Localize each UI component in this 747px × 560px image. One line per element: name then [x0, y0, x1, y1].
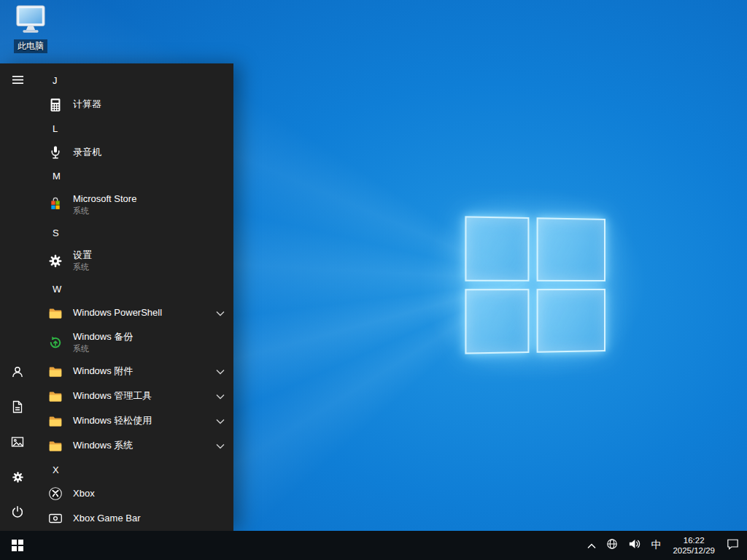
windows-logo-pane [536, 217, 605, 281]
app-item-label: Windows PowerShell [73, 308, 212, 319]
app-item-label: Windows 系统 [73, 440, 212, 451]
chevron-down-icon[interactable] [216, 311, 225, 316]
ime-label: 中 [651, 539, 661, 552]
settings-button[interactable] [0, 461, 35, 496]
power-icon [11, 505, 24, 521]
taskbar: 中 16:22 2025/12/29 [0, 531, 747, 560]
app-item-xbox[interactable]: Xbox [35, 481, 233, 506]
section-letter-x[interactable]: X [35, 459, 233, 482]
app-item-label: Windows 备份 [73, 332, 225, 343]
document-icon [11, 400, 24, 416]
power-button[interactable] [0, 496, 35, 531]
store-icon [47, 196, 64, 214]
app-item-sublabel: 系统 [73, 262, 225, 272]
section-letter-w[interactable]: W [35, 278, 233, 301]
app-item-label: Microsoft Store [73, 194, 225, 205]
start-menu-rail [0, 63, 35, 531]
ime-indicator[interactable]: 中 [646, 531, 666, 560]
chevron-up-icon [587, 539, 596, 552]
app-item-settings[interactable]: 设置 系统 [35, 244, 233, 278]
xbox-icon [47, 485, 64, 502]
clock-time: 16:22 [684, 535, 705, 545]
documents-button[interactable] [0, 391, 35, 426]
user-account-button[interactable] [0, 356, 35, 391]
taskbar-clock[interactable]: 16:22 2025/12/29 [666, 531, 721, 560]
this-pc-desktop-icon[interactable]: 此电脑 [6, 4, 55, 53]
app-item-label: 录音机 [73, 147, 225, 158]
windows-logo-pane [536, 289, 605, 353]
network-globe-icon [606, 538, 618, 553]
section-letter-j[interactable]: J [35, 69, 233, 93]
windows-logo-pane [465, 289, 529, 354]
tray-show-hidden-icons-button[interactable] [582, 531, 601, 560]
action-center-button[interactable] [721, 531, 744, 560]
app-item-label: 设置 [73, 250, 225, 261]
folder-icon [47, 413, 64, 430]
app-item-sublabel: 系统 [73, 344, 225, 354]
app-item-label: 计算器 [73, 99, 225, 110]
app-item-windows-ease-of-access[interactable]: Windows 轻松使用 [35, 409, 233, 434]
gamebar-icon [47, 510, 64, 527]
folder-icon [47, 363, 64, 381]
windows-logo-icon [12, 540, 23, 551]
desktop-icon-label: 此电脑 [14, 39, 47, 53]
user-icon [11, 365, 24, 381]
app-item-microsoft-store[interactable]: Microsoft Store 系统 [35, 188, 233, 222]
chevron-down-icon[interactable] [216, 369, 225, 375]
pictures-button[interactable] [0, 426, 35, 461]
app-item-xbox-game-bar[interactable]: Xbox Game Bar [35, 506, 233, 531]
folder-icon [47, 305, 64, 322]
section-letter-l[interactable]: L [35, 117, 233, 141]
start-menu-app-list: J 计算器 L [35, 63, 233, 531]
chevron-down-icon[interactable] [216, 443, 225, 449]
app-item-label: Windows 附件 [73, 366, 212, 377]
gear-icon [11, 470, 25, 487]
system-tray: 中 16:22 2025/12/29 [582, 531, 747, 560]
section-letter-s[interactable]: S [35, 222, 233, 245]
windows-wallpaper-logo [465, 216, 605, 354]
microphone-icon [47, 144, 64, 161]
expand-menu-button[interactable] [0, 63, 35, 98]
tray-volume-button[interactable] [623, 531, 646, 560]
backup-icon [47, 334, 64, 351]
app-item-label: Xbox Game Bar [73, 513, 225, 524]
windows-logo-pane [465, 216, 529, 281]
app-item-label: Windows 管理工具 [73, 391, 212, 402]
app-item-voice-recorder[interactable]: 录音机 [35, 140, 233, 165]
start-button[interactable] [0, 531, 35, 560]
app-item-windows-accessories[interactable]: Windows 附件 [35, 359, 233, 384]
app-item-label: Windows 轻松使用 [73, 416, 212, 427]
app-item-windows-admin-tools[interactable]: Windows 管理工具 [35, 384, 233, 409]
app-item-sublabel: 系统 [73, 206, 225, 216]
hamburger-icon [12, 74, 24, 89]
calculator-icon [47, 96, 64, 114]
notification-icon [727, 538, 739, 553]
chevron-down-icon[interactable] [216, 394, 225, 400]
app-item-label: Xbox [73, 489, 225, 499]
chevron-down-icon[interactable] [216, 419, 225, 424]
section-letter-m[interactable]: M [35, 165, 233, 188]
pictures-icon [11, 435, 24, 451]
monitor-icon [14, 4, 47, 38]
app-item-windows-backup[interactable]: Windows 备份 系统 [35, 326, 233, 359]
clock-date: 2025/12/29 [673, 545, 715, 556]
tray-network-button[interactable] [601, 531, 623, 560]
app-item-windows-system[interactable]: Windows 系统 [35, 434, 233, 459]
app-item-windows-powershell[interactable]: Windows PowerShell [35, 301, 233, 326]
folder-icon [47, 438, 64, 455]
app-item-calculator[interactable]: 计算器 [35, 93, 233, 117]
start-menu: J 计算器 L [0, 63, 233, 531]
gear-icon [47, 252, 64, 270]
speaker-icon [628, 538, 640, 553]
folder-icon [47, 388, 64, 405]
